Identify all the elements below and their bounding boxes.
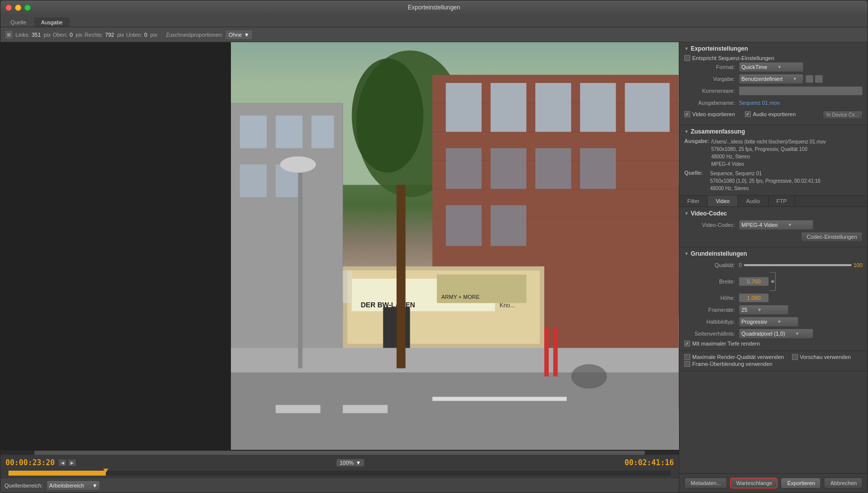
format-select[interactable]: QuickTime ▼ [739, 62, 803, 72]
abbrechen-button[interactable]: Abbrechen [824, 478, 863, 489]
hoehe-row: Höhe: 1.080 [684, 293, 863, 303]
main-content: DER BW-LADEN Kno... ARMY + MORE [0, 42, 868, 493]
frame-blend-checkbox[interactable] [684, 361, 690, 367]
ausgabe-sum-label: Ausgabe: [684, 138, 709, 168]
vorgabe-arrow: ▼ [793, 76, 797, 81]
zusammenfassung-triangle[interactable]: ▼ [684, 129, 689, 134]
svg-rect-25 [446, 205, 482, 246]
entspricht-row: Entspricht Sequenz-Einstellungen [684, 55, 863, 61]
timeline-fill [8, 471, 106, 476]
video-codec-triangle[interactable]: ▼ [684, 211, 689, 216]
quellenbereich-select[interactable]: Arbeitsbereich ▼ [47, 481, 100, 491]
kommentare-input[interactable] [739, 86, 863, 95]
kommentare-label: Kommentare: [684, 88, 739, 94]
save-preset-icon[interactable] [805, 75, 813, 83]
audio-export-checkbox: ✓ Audio exportieren [745, 111, 796, 117]
svg-point-42 [572, 364, 607, 389]
codec-einstellungen-button[interactable]: Codec-Einstellungen [801, 232, 863, 242]
minimize-button[interactable] [15, 4, 21, 11]
zusammenfassung-section: ▼ Zusammenfassung Ausgabe: /Users/...ide… [679, 125, 868, 196]
max-tiefe-checkbox[interactable]: ✓ [684, 341, 690, 347]
vorgabe-select[interactable]: Benutzerdefiniert ▼ [739, 74, 803, 84]
seitenverhaeltnis-select[interactable]: Quadratpixel (1,0) ▼ [739, 329, 813, 339]
entspricht-checkbox[interactable] [684, 55, 690, 61]
export-settings-section: ▼ Exporteinstellungen Entspricht Sequenz… [679, 42, 868, 125]
zusammenfassung-header: ▼ Zusammenfassung [684, 128, 863, 135]
video-black-area [0, 42, 231, 450]
timeline-scrollbar[interactable] [0, 450, 679, 455]
tab-audio[interactable]: Audio [738, 196, 768, 207]
svg-rect-38 [343, 405, 388, 413]
video-area: DER BW-LADEN Kno... ARMY + MORE [0, 42, 679, 493]
format-row: Format: QuickTime ▼ [684, 62, 863, 72]
svg-rect-8 [240, 164, 267, 197]
tab-filter[interactable]: Filter [679, 196, 708, 207]
svg-rect-20 [625, 83, 670, 132]
total-timecode: 00:02:41:16 [625, 458, 674, 467]
quellenbereich-arrow: ▼ [92, 483, 97, 489]
right-panel-scroll[interactable]: ▼ Exporteinstellungen Entspricht Sequenz… [679, 42, 868, 473]
breite-input[interactable]: 5.760 [739, 277, 769, 286]
video-export-check[interactable]: ✓ [684, 111, 690, 117]
close-button[interactable] [5, 4, 12, 11]
quellenbereich-label: Quellenbereich: [4, 483, 43, 489]
zoom-control[interactable]: 100% ▼ [336, 459, 364, 467]
svg-point-2 [352, 59, 424, 173]
delete-preset-icon[interactable] [815, 75, 823, 83]
nav-prev[interactable]: ◀ [59, 459, 67, 466]
links-value: 351 [32, 32, 41, 38]
svg-rect-37 [276, 405, 321, 413]
schneideprop-dropdown[interactable]: Ohne ▼ [225, 30, 253, 40]
grund-triangle[interactable]: ▼ [684, 251, 689, 256]
qualitaet-slider-row: 0 100 [739, 262, 863, 268]
pix4-label: pix [150, 32, 157, 38]
timeline-playhead [103, 469, 108, 473]
framerate-select[interactable]: 25 ▼ [739, 305, 789, 315]
svg-rect-7 [312, 116, 334, 148]
dropdown-arrow: ▼ [244, 32, 249, 38]
svg-rect-18 [536, 83, 572, 132]
tab-video[interactable]: Video [708, 196, 738, 207]
timeline-track[interactable] [8, 471, 671, 476]
video-codec-header: ▼ Video-Codec [684, 210, 863, 217]
oben-value: 0 [70, 32, 72, 38]
ausgabe-summary: Ausgabe: /Users/...ideos (bitte nicht lö… [684, 138, 863, 168]
format-label: Format: [684, 64, 739, 70]
hoehe-input[interactable]: 1.080 [739, 293, 769, 302]
svg-rect-22 [491, 148, 526, 189]
tab-ausgabe[interactable]: Ausgabe [34, 17, 70, 27]
framerate-row: Framerate: 25 ▼ [684, 305, 863, 315]
collapse-triangle[interactable]: ▼ [684, 46, 689, 51]
warteschlange-button[interactable]: Warteschlange [730, 478, 778, 489]
svg-rect-24 [580, 148, 616, 189]
video-codec-select[interactable]: MPEG-4 Video ▼ [739, 220, 813, 230]
seitenverhaeltnis-arrow: ▼ [795, 331, 799, 336]
tab-ftp[interactable]: FTP [769, 196, 796, 207]
toolbar: ⊞ Links: 351 pix Oben: 0 pix Rechts: 792… [0, 27, 868, 42]
bottom-bar: Quellenbereich: Arbeitsbereich ▼ [0, 478, 679, 493]
qualitaet-slider[interactable] [744, 264, 852, 266]
video-export-checkbox: ✓ Video exportieren [684, 111, 735, 117]
framerate-label: Framerate: [684, 307, 739, 313]
qualitaet-label: Qualität: [684, 262, 739, 268]
exportieren-button[interactable]: Exportieren [781, 478, 821, 489]
svg-rect-33 [343, 271, 352, 303]
audio-export-check[interactable]: ✓ [745, 111, 751, 117]
quelle-sum-value: Sequence, Sequenz 01 5760x1080 (1,0), 25… [710, 170, 820, 192]
nav-next[interactable]: ▶ [68, 459, 76, 466]
max-render-checkbox[interactable] [684, 354, 690, 360]
maximize-button[interactable] [24, 4, 31, 11]
halbbildtyp-select[interactable]: Progressiv ▼ [739, 317, 798, 327]
metadaten-button[interactable]: Metadaten... [684, 478, 727, 489]
svg-rect-6 [276, 116, 303, 148]
unten-label: Unten: [126, 32, 142, 38]
ausgabename-value[interactable]: Sequenz 01.mov [739, 100, 780, 106]
in-device-button[interactable]: In Device Ce... [823, 111, 863, 119]
tab-quelle[interactable]: Quelle [3, 17, 33, 27]
svg-rect-5 [240, 116, 267, 148]
timecode-row: 00:00:23:20 ◀ ▶ 100% ▼ 00:02:41:16 [0, 455, 679, 471]
pix1-label: pix [44, 32, 51, 38]
svg-point-46 [281, 156, 316, 173]
vorschau-checkbox[interactable] [792, 354, 798, 360]
grundeinstellungen-section: ▼ Grundeinstellungen Qualität: 0 100 [679, 247, 868, 351]
